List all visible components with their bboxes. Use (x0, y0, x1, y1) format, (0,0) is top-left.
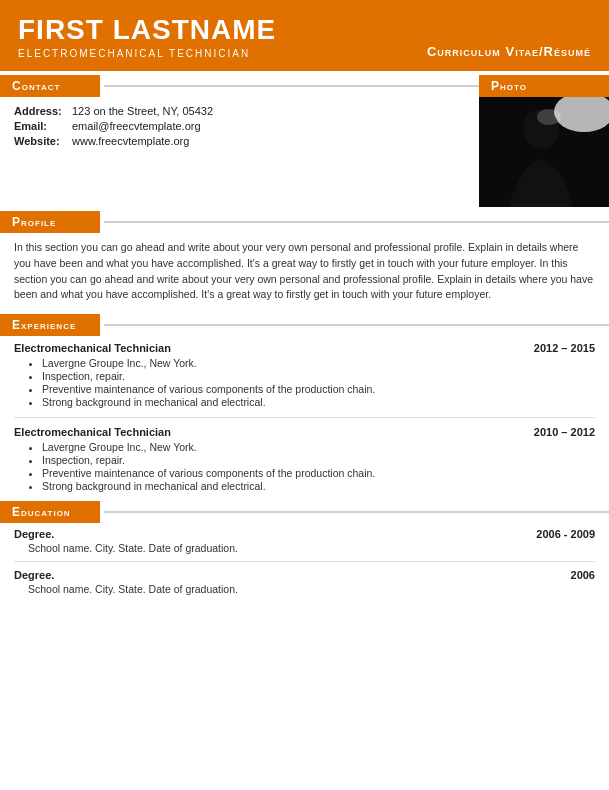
contact-info: Address: 123 on the Street, NY, 05432 Em… (0, 97, 479, 158)
contact-photo-row: Contact Address: 123 on the Street, NY, … (0, 75, 609, 207)
svg-point-3 (537, 109, 561, 125)
education-bar: Education (0, 501, 609, 523)
website-label: Website: (14, 135, 72, 147)
exp-bullet: Preventive maintenance of various compon… (42, 383, 595, 395)
experience-bar: Experience (0, 314, 609, 336)
experience-divider (104, 324, 609, 326)
address-label: Address: (14, 105, 72, 117)
experience-item: Electromechanical Technician 2012 – 2015… (0, 336, 609, 413)
exp-dates: 2012 – 2015 (534, 342, 595, 354)
website-value: www.freecvtemplate.org (72, 135, 189, 147)
contact-bar: Contact (0, 75, 479, 97)
photo-label: Photo (479, 75, 609, 97)
subtitle: Electromechanical Technician (18, 48, 276, 59)
experience-section: Experience Electromechanical Technician … (0, 310, 609, 497)
last-name: Lastname (113, 14, 277, 45)
photo-svg (479, 97, 609, 207)
exp-dates: 2010 – 2012 (534, 426, 595, 438)
address-value: 123 on the Street, NY, 05432 (72, 105, 213, 117)
contact-divider (104, 85, 479, 87)
education-item: Degree. 2006 - 2009 School name. City. S… (0, 523, 609, 557)
contact-section: Contact Address: 123 on the Street, NY, … (0, 71, 609, 207)
exp-bullets: Lavergne Groupe Inc., New York.Inspectio… (42, 441, 595, 492)
first-name: First (18, 14, 104, 45)
profile-label: Profile (0, 211, 100, 233)
exp-bullet: Lavergne Groupe Inc., New York. (42, 357, 595, 369)
email-label: Email: (14, 120, 72, 132)
education-item: Degree. 2006 School name. City. State. D… (0, 564, 609, 598)
edu-sub: School name. City. State. Date of gradua… (14, 542, 595, 554)
contact-label: Contact (0, 75, 100, 97)
profile-bar: Profile (0, 211, 609, 233)
photo-image (479, 97, 609, 207)
profile-text: In this section you can go ahead and wri… (0, 233, 609, 310)
edu-dates: 2006 (571, 569, 595, 581)
education-divider (104, 511, 609, 513)
full-name: First Lastname (18, 14, 276, 46)
exp-title-row: Electromechanical Technician 2010 – 2012 (14, 426, 595, 438)
experience-label: Experience (0, 314, 100, 336)
exp-bullet: Preventive maintenance of various compon… (42, 467, 595, 479)
edu-title: Degree. (14, 569, 54, 581)
education-items: Degree. 2006 - 2009 School name. City. S… (0, 523, 609, 598)
exp-bullet: Inspection, repair. (42, 370, 595, 382)
edu-title: Degree. (14, 528, 54, 540)
education-label: Education (0, 501, 100, 523)
exp-divider (14, 417, 595, 418)
exp-bullet: Strong background in mechanical and elec… (42, 396, 595, 408)
email-value: email@freecvtemplate.org (72, 120, 201, 132)
exp-title: Electromechanical Technician (14, 426, 171, 438)
exp-bullet: Inspection, repair. (42, 454, 595, 466)
email-row: Email: email@freecvtemplate.org (14, 120, 465, 132)
profile-section: Profile In this section you can go ahead… (0, 207, 609, 310)
edu-divider (14, 561, 595, 562)
exp-title: Electromechanical Technician (14, 342, 171, 354)
experience-item: Electromechanical Technician 2010 – 2012… (0, 420, 609, 497)
profile-divider (104, 221, 609, 223)
photo-block: Photo (479, 75, 609, 207)
header-left: First Lastname Electromechanical Technic… (18, 14, 276, 59)
website-row: Website: www.freecvtemplate.org (14, 135, 465, 147)
exp-bullet: Lavergne Groupe Inc., New York. (42, 441, 595, 453)
edu-dates: 2006 - 2009 (536, 528, 595, 540)
address-row: Address: 123 on the Street, NY, 05432 (14, 105, 465, 117)
edu-title-row: Degree. 2006 (14, 569, 595, 581)
edu-title-row: Degree. 2006 - 2009 (14, 528, 595, 540)
experience-items: Electromechanical Technician 2012 – 2015… (0, 336, 609, 497)
edu-sub: School name. City. State. Date of gradua… (14, 583, 595, 595)
cv-title: Curriculum Vitae/Résumé (427, 44, 591, 59)
header: First Lastname Electromechanical Technic… (0, 0, 609, 71)
education-section: Education Degree. 2006 - 2009 School nam… (0, 497, 609, 598)
exp-bullets: Lavergne Groupe Inc., New York.Inspectio… (42, 357, 595, 408)
contact-block: Contact Address: 123 on the Street, NY, … (0, 75, 479, 207)
exp-bullet: Strong background in mechanical and elec… (42, 480, 595, 492)
exp-title-row: Electromechanical Technician 2012 – 2015 (14, 342, 595, 354)
